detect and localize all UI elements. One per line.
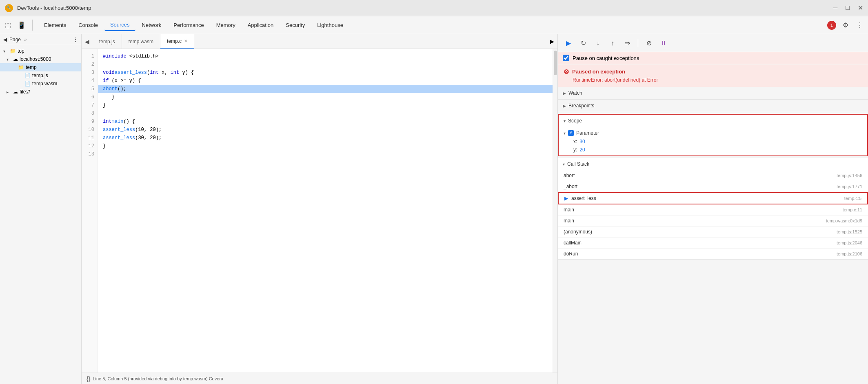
scope-section-header[interactable]: ▾ Scope — [559, 115, 867, 127]
callstack-section-header[interactable]: ▾ Call Stack — [558, 158, 868, 170]
close-button[interactable]: ✕ — [858, 4, 863, 12]
page-more-icon[interactable]: » — [24, 37, 27, 42]
callstack-loc-callmain: temp.js:2046 — [837, 240, 862, 245]
step-button[interactable]: ⇒ — [622, 38, 633, 49]
tab-temp-c[interactable]: temp.c ✕ — [160, 34, 194, 49]
scope-param-header[interactable]: ▾ f Parameter — [559, 129, 867, 138]
menu-application[interactable]: Application — [242, 20, 280, 31]
tabs-back-icon[interactable]: ◀ — [82, 37, 93, 47]
sidebar-item-localhost[interactable]: ▾ ☁ localhost:5000 — [0, 55, 81, 63]
menu-network[interactable]: Network — [136, 20, 167, 31]
device-icon[interactable]: 📱 — [16, 20, 27, 31]
menu-lighthouse[interactable]: Lighthouse — [311, 20, 349, 31]
tab-temp-c-label: temp.c — [167, 38, 182, 44]
scope-label: Scope — [568, 118, 582, 124]
callstack-name-main2: main — [564, 218, 823, 224]
pause-exception-checkbox[interactable] — [563, 55, 569, 61]
settings-icon[interactable]: ⚙ — [841, 20, 850, 31]
format-icon[interactable]: {} — [87, 375, 90, 382]
sidebar-item-top[interactable]: ▾ 📁 top — [0, 47, 81, 55]
tree-arrow-localhost: ▾ — [7, 57, 11, 62]
source-area: ◀ temp.js temp.wasm temp.c ✕ ▶ 1 2 3 4 5… — [82, 34, 558, 384]
toolbar-icons: ⬚ 📱 — [3, 20, 33, 31]
paused-section: ⊗ Paused on exception RuntimeError: abor… — [558, 64, 868, 87]
code-line-13 — [98, 150, 557, 158]
deactivate-breakpoints-button[interactable]: ⊘ — [643, 38, 655, 49]
pause-button[interactable]: ⏸ — [658, 38, 669, 49]
add-tab-icon[interactable]: ▶ — [550, 38, 554, 44]
watch-arrow-icon: ▶ — [563, 91, 566, 95]
code-content: #include <stdlib.h> void assert_less(int… — [98, 49, 557, 373]
callstack-loc-assert-less: temp.c:5 — [844, 196, 861, 201]
tempwasm-file-icon: 📄 — [24, 81, 31, 87]
callstack-item-anonymous[interactable]: (anonymous) temp.js:1525 — [558, 226, 868, 238]
top-folder-icon: 📁 — [10, 48, 16, 54]
page-label[interactable]: Page — [9, 37, 21, 42]
callstack-loc-anonymous: temp.js:1525 — [837, 229, 862, 234]
tree-arrow-temp — [11, 65, 16, 70]
tab-temp-js[interactable]: temp.js — [93, 34, 122, 49]
code-line-3: void assert_less(int x, int y) { — [98, 69, 557, 77]
menu-elements[interactable]: Elements — [38, 20, 72, 31]
minimize-button[interactable]: ─ — [833, 4, 837, 12]
tabs-end: ▶ — [547, 38, 557, 44]
scope-x-item: x: 30 — [559, 138, 867, 146]
menu-memory[interactable]: Memory — [211, 20, 241, 31]
inspect-icon[interactable]: ⬚ — [3, 20, 13, 31]
callstack-name-assert-less: assert_less — [571, 195, 841, 201]
breakpoints-section-header[interactable]: ▶ Breakpoints — [558, 100, 868, 112]
breakpoints-section: ▶ Breakpoints — [558, 100, 868, 112]
sidebar-item-file[interactable]: ▸ ☁ file:// — [0, 88, 81, 96]
line-num-6: 6 — [82, 93, 98, 101]
sidebar-item-temp[interactable]: 📁 temp — [0, 63, 81, 71]
line-num-5: 5 — [82, 85, 98, 93]
vertical-scrollbar[interactable] — [553, 49, 557, 373]
callstack-item-main2[interactable]: main temp.wasm:0x1d9 — [558, 215, 868, 226]
menubar-right: 1 ⚙ ⋮ — [827, 20, 865, 31]
sidebar-options-icon[interactable]: ⋮ — [73, 37, 78, 42]
line-num-9: 9 — [82, 118, 98, 126]
more-icon[interactable]: ⋮ — [855, 20, 865, 31]
menu-console[interactable]: Console — [73, 20, 104, 31]
callstack-label: Call Stack — [567, 161, 589, 167]
line-num-12: 12 — [82, 142, 98, 150]
callstack-item-dorun[interactable]: doRun temp.js:2106 — [558, 249, 868, 260]
menu-performance[interactable]: Performance — [168, 20, 209, 31]
error-circle-icon: ⊗ — [564, 68, 569, 75]
line-num-11: 11 — [82, 134, 98, 142]
step-into-button[interactable]: ↓ — [592, 38, 604, 49]
paused-msg: RuntimeError: abort(undefined) at Error — [573, 77, 862, 83]
callstack-item-assert-less[interactable]: ▶ assert_less temp.c:5 — [558, 192, 868, 204]
line-num-1: 1 — [82, 52, 98, 60]
callstack-item-_abort[interactable]: _abort temp.js:1771 — [558, 181, 868, 192]
window-controls[interactable]: ─ □ ✕ — [833, 4, 863, 12]
sidebar-tree: ▾ 📁 top ▾ ☁ localhost:5000 📁 temp 📄 temp… — [0, 45, 81, 384]
sidebar-item-tempjs[interactable]: 📄 temp.js — [0, 71, 81, 80]
callstack-item-main1[interactable]: main temp.c:11 — [558, 204, 868, 215]
scope-x-value: 30 — [579, 139, 585, 144]
watch-label: Watch — [568, 90, 582, 96]
sidebar-item-tempwasm[interactable]: 📄 temp.wasm — [0, 80, 81, 88]
devtools-icon: 🔧 — [5, 4, 13, 12]
callstack-item-callmain[interactable]: callMain temp.js:2046 — [558, 238, 868, 249]
code-line-12: } — [98, 142, 557, 150]
step-over-button[interactable]: ↻ — [577, 38, 589, 49]
watch-section-header[interactable]: ▶ Watch — [558, 87, 868, 99]
sidebar-item-label-top: top — [18, 48, 24, 54]
callstack-name-abort: abort — [564, 173, 833, 178]
tab-close-icon[interactable]: ✕ — [184, 39, 187, 43]
error-badge[interactable]: 1 — [827, 21, 836, 30]
callstack-loc-main1: temp.c:11 — [843, 207, 862, 212]
line-numbers: 1 2 3 4 5 6 7 8 9 10 11 12 13 — [82, 49, 98, 373]
restore-button[interactable]: □ — [846, 4, 850, 12]
tree-arrow-tempwasm — [18, 82, 23, 86]
tab-temp-wasm[interactable]: temp.wasm — [122, 34, 160, 49]
menu-security[interactable]: Security — [280, 20, 311, 31]
scope-section: ▾ Scope ▾ f Parameter x: 30 y: 20 — [558, 114, 868, 156]
step-out-button[interactable]: ↑ — [607, 38, 618, 49]
resume-button[interactable]: ▶ — [563, 38, 574, 49]
menu-sources[interactable]: Sources — [104, 19, 135, 31]
callstack-section: ▾ Call Stack abort temp.js:1456 _abort t… — [558, 158, 868, 260]
watch-section: ▶ Watch — [558, 87, 868, 100]
callstack-item-abort[interactable]: abort temp.js:1456 — [558, 170, 868, 181]
